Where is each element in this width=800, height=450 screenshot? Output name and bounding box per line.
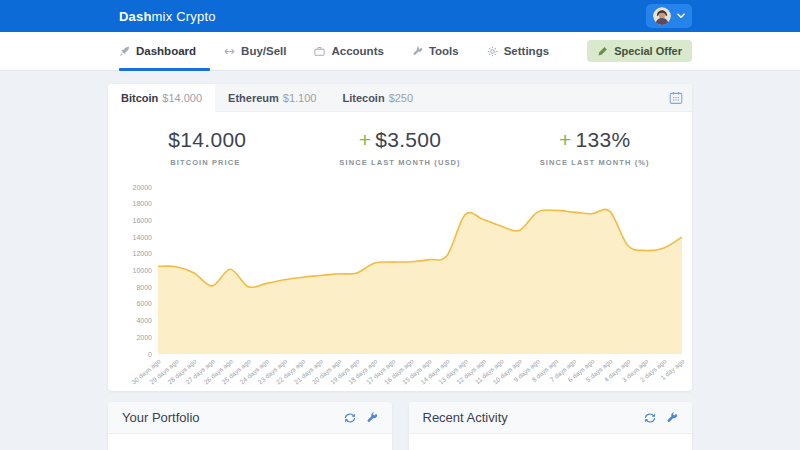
stat-value: 133% [576,128,631,151]
panel-title: Recent Activity [423,410,508,425]
stat-label: SINCE LAST MONTH (%) [497,158,692,167]
briefcase-icon [314,46,325,57]
svg-text:2000: 2000 [136,334,152,341]
stat-change-percent: +133% SINCE LAST MONTH (%) [497,128,692,167]
svg-text:10000: 10000 [133,267,153,274]
svg-text:12000: 12000 [133,250,153,257]
plus-sign: + [559,128,572,151]
svg-text:4000: 4000 [136,317,152,324]
svg-text:6000: 6000 [136,300,152,307]
nav-item-label: Dashboard [136,45,196,57]
nav-item-label: Tools [429,45,459,57]
stat-change-usd: +$3.500 SINCE LAST MONTH (USD) [303,128,498,167]
crypto-tabs: Bitcoin $14.000 Ethereum $1.100 Litecoin… [108,84,692,112]
special-offer-button[interactable]: Special Offer [587,40,692,62]
panel-header: Your Portfolio [108,402,392,434]
tab-coin-price: $1.100 [283,92,317,104]
plus-sign: + [359,128,372,151]
chevron-down-icon [677,13,685,19]
stats-row: $14.000 BITCOIN PRICE +$3.500 SINCE LAST… [108,112,692,173]
area-chart: 2000018000160001400012000100008000600040… [108,173,692,387]
panel-actions [644,412,678,424]
tab-coin-price: $14.000 [162,92,202,104]
wrench-icon[interactable] [666,412,678,424]
nav-item-label: Buy/Sell [241,45,286,57]
tabstrip-spacer [426,84,660,111]
tab-coin-name: Bitcoin [121,92,158,104]
crypto-overview-card: Bitcoin $14.000 Ethereum $1.100 Litecoin… [108,84,692,391]
stat-value: $14.000 [168,128,246,151]
gear-icon [487,46,498,57]
wrench-icon[interactable] [366,412,378,424]
nav-item-dashboard[interactable]: Dashboard [119,32,210,70]
wrench-icon [412,46,423,57]
brand[interactable]: Dashmix Crypto [119,9,216,24]
nav-item-accounts[interactable]: Accounts [300,32,397,70]
user-menu-button[interactable] [646,4,692,28]
main-navigation: Dashboard Buy/Sell Accounts Tools [0,32,800,71]
svg-text:16000: 16000 [133,217,153,224]
panel-recent-activity: Recent Activity [409,402,693,450]
nav-item-buy-sell[interactable]: Buy/Sell [210,32,300,70]
stat-bitcoin-price: $14.000 BITCOIN PRICE [108,128,303,167]
panel-your-portfolio: Your Portfolio [108,402,392,450]
stat-label: SINCE LAST MONTH (USD) [303,158,498,167]
svg-text:14000: 14000 [133,234,153,241]
nav-item-label: Accounts [331,45,383,57]
rocket-icon [119,46,130,57]
svg-text:18000: 18000 [133,200,153,207]
marker-icon [597,46,608,57]
tab-bitcoin[interactable]: Bitcoin $14.000 [108,84,215,112]
tab-coin-name: Litecoin [342,92,384,104]
tab-coin-price: $250 [389,92,413,104]
special-offer-label: Special Offer [614,45,682,57]
arrows-left-right-icon [224,46,235,57]
refresh-icon[interactable] [644,412,656,424]
refresh-icon[interactable] [344,412,356,424]
stat-value: $3.500 [375,128,441,151]
tab-ethereum[interactable]: Ethereum $1.100 [215,84,329,111]
top-header: Dashmix Crypto [0,0,800,32]
svg-text:0: 0 [148,351,152,358]
panel-actions [344,412,378,424]
brand-bold: Dash [119,9,152,24]
nav-items: Dashboard Buy/Sell Accounts Tools [119,32,563,70]
nav-item-label: Settings [504,45,549,57]
content-area: Bitcoin $14.000 Ethereum $1.100 Litecoin… [108,84,692,450]
tab-litecoin[interactable]: Litecoin $250 [329,84,426,111]
panel-title: Your Portfolio [122,410,200,425]
tab-coin-name: Ethereum [228,92,279,104]
avatar [653,7,671,25]
bitcoin-price-chart: 2000018000160001400012000100008000600040… [108,173,692,391]
bottom-panels: Your Portfolio Recent Activity [108,402,692,450]
svg-text:20000: 20000 [133,184,153,191]
panel-header: Recent Activity [409,402,693,434]
nav-item-settings[interactable]: Settings [473,32,563,70]
stat-label: BITCOIN PRICE [108,158,303,167]
svg-text:8000: 8000 [136,284,152,291]
nav-item-tools[interactable]: Tools [398,32,473,70]
calendar-icon[interactable] [660,84,692,111]
brand-rest: mix Crypto [152,9,216,24]
